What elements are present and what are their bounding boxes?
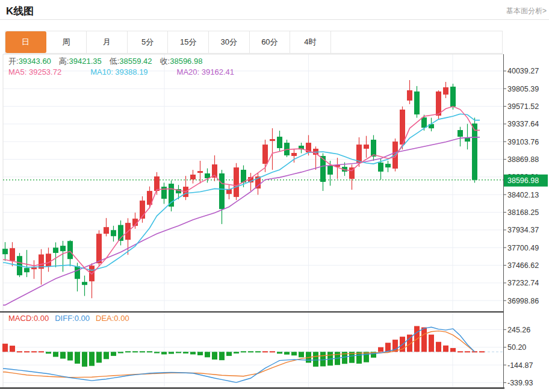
kline-app: K线图 基本面分析> 日 周 月 5分 15分 30分 60分 4时 40039… <box>0 0 549 392</box>
x-axis-line <box>0 388 504 389</box>
candle-body <box>53 247 58 253</box>
macd-bar <box>53 352 58 356</box>
macd-bar <box>378 347 383 352</box>
macd-bar <box>2 344 8 352</box>
macd-bar <box>140 351 145 352</box>
ma20-legend: MA20: 39162.41 <box>177 67 234 76</box>
low-pair: 低:38559.42 <box>110 56 152 67</box>
candle-body <box>31 267 37 269</box>
macd-bar <box>291 352 297 355</box>
macd-legend-row: MACD:0.00 DIFF:0.00 DEA:0.00 <box>8 314 129 323</box>
low-label: 低: <box>110 57 120 66</box>
candle-body <box>154 176 160 191</box>
dea-legend: DEA:0.00 <box>96 314 129 323</box>
macd-bar <box>241 351 246 352</box>
y-axis-tick-label: 39571.52 <box>507 102 539 111</box>
macd-bar <box>190 352 196 354</box>
macd-bar <box>205 352 210 357</box>
open-label: 开: <box>8 57 19 66</box>
candle-body <box>2 249 8 254</box>
macd-bar <box>111 352 116 356</box>
ma5-legend: MA5: 39253.72 <box>8 67 61 76</box>
macd-bar <box>96 352 102 362</box>
macd-bar <box>197 352 203 355</box>
high-value: 39421.35 <box>69 57 101 66</box>
candle-body <box>197 171 203 173</box>
macd-bar <box>313 352 318 367</box>
candle-body <box>291 153 297 156</box>
high-label: 高: <box>59 57 69 66</box>
y-axis-tick-label: 36998.86 <box>507 297 539 305</box>
macd-bar <box>479 351 485 352</box>
candle-body <box>277 137 282 148</box>
candle-body <box>371 140 376 157</box>
candle-body <box>270 139 275 141</box>
macd-bar <box>75 352 80 364</box>
macd-bar <box>118 352 123 353</box>
close-pair: 收:38596.98 <box>160 56 203 67</box>
macd-bar <box>270 351 275 352</box>
y-axis-tick-label: 39103.76 <box>507 138 539 146</box>
macd-bar <box>147 351 152 352</box>
candle-body <box>60 246 66 251</box>
macd-bar <box>299 352 304 357</box>
candle-body <box>24 268 29 272</box>
open-pair: 开:39343.60 <box>8 56 51 67</box>
candle-body <box>407 90 412 101</box>
candle-body <box>82 282 87 285</box>
candle-body <box>262 145 268 164</box>
macd-bar <box>234 352 239 353</box>
diff-line <box>3 327 475 382</box>
macd-bar <box>104 352 109 359</box>
close-value: 38596.98 <box>170 57 202 66</box>
macd-bar <box>10 346 15 352</box>
y-axis-tick-label: 38402.13 <box>507 191 539 199</box>
candle-body <box>327 166 333 175</box>
macd-bar <box>436 342 441 352</box>
macd-bar <box>262 351 268 352</box>
candle-body <box>67 241 73 259</box>
panel-divider <box>0 311 504 313</box>
y-axis-tick-label: -339.93 <box>507 379 533 387</box>
high-pair: 高:39421.35 <box>59 56 102 67</box>
macd-bar <box>60 352 66 358</box>
candle-body <box>450 87 456 107</box>
candle-body <box>234 167 239 197</box>
macd-bar <box>450 348 456 352</box>
macd-bar <box>226 352 232 356</box>
candle-body <box>46 254 51 266</box>
macd-bar <box>429 335 434 352</box>
y-axis-tick-label: 37232.74 <box>507 279 539 287</box>
y-axis-tick-label: 37934.37 <box>507 226 539 234</box>
candle-body <box>169 184 174 207</box>
candle-body <box>385 164 391 167</box>
y-axis-tick-label: -144.87 <box>507 361 533 370</box>
macd-bar <box>161 352 167 354</box>
y-axis-tick-label: 39337.64 <box>507 120 539 128</box>
macd-legend: MACD:0.00 <box>8 314 49 323</box>
macd-bar <box>277 352 282 353</box>
macd-bar <box>169 352 174 353</box>
low-value: 38559.42 <box>119 57 152 66</box>
macd-bar <box>39 351 44 352</box>
y-axis-tick-label: 39805.39 <box>507 85 539 93</box>
y-axis-tick-label: 40039.27 <box>507 67 539 75</box>
ma20-line <box>3 137 480 305</box>
candle-body <box>104 227 109 234</box>
macd-bar <box>320 352 326 366</box>
candle-body <box>443 87 448 95</box>
candle-body <box>400 110 405 145</box>
macd-bar <box>125 351 131 352</box>
candle-body <box>75 266 80 279</box>
macd-bar <box>255 351 261 352</box>
macd-bar <box>421 328 427 352</box>
macd-bar <box>465 351 470 352</box>
candle-body <box>472 123 477 180</box>
macd-bar <box>458 351 463 352</box>
macd-bar <box>132 351 138 352</box>
y-axis-tick-label: 37700.49 <box>507 244 539 252</box>
close-label: 收: <box>160 57 170 66</box>
y-axis-tick-label: 38869.88 <box>507 155 539 164</box>
ma10-legend: MA10: 39388.19 <box>90 67 147 76</box>
candle-body <box>378 163 383 172</box>
